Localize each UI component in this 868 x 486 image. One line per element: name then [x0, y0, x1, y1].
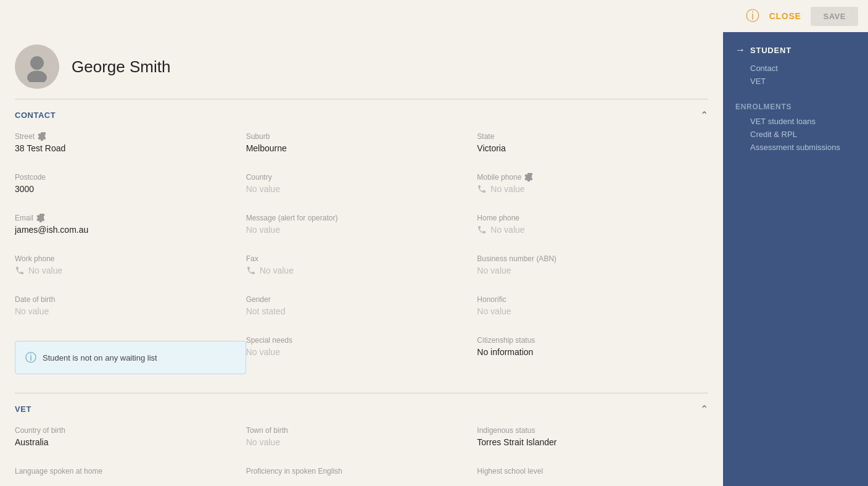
field-town-birth-value: No value: [246, 437, 477, 447]
field-street: Street 38 Test Road: [15, 126, 246, 159]
field-country-birth-label: Country of birth: [15, 426, 246, 435]
field-email-value: james@ish.com.au: [15, 225, 246, 235]
field-honorific: Honorific No value: [477, 289, 708, 322]
field-street-value: 38 Test Road: [15, 143, 246, 153]
field-indigenous-value: Torres Strait Islander: [477, 437, 708, 447]
field-town-birth: Town of birth No value: [246, 420, 477, 453]
field-work-phone-label: Work phone: [15, 254, 246, 263]
field-abn: Business number (ABN) No value: [477, 248, 708, 282]
contact-row-4: Work phone No value Fax No value Busines…: [15, 248, 708, 289]
vet-row-2: Language spoken at home Proficiency in s…: [15, 461, 708, 486]
sidebar-student-header: → STUDENT: [735, 44, 856, 56]
field-english-proficiency-label: Proficiency in spoken English: [246, 467, 477, 476]
mobile-phone-icon: [477, 184, 487, 194]
field-indigenous-label: Indigenous status: [477, 426, 708, 435]
info-icon: ⓘ: [25, 350, 36, 365]
svg-point-0: [30, 56, 44, 70]
field-waiting-list: ⓘ Student is not on any waiting list: [15, 330, 246, 385]
field-honorific-value: No value: [477, 306, 708, 316]
sidebar-arrow-icon: →: [735, 44, 745, 56]
field-message-label: Message (alert for operator): [246, 214, 477, 222]
field-mobile-phone: Mobile phone No value: [477, 167, 708, 200]
field-state-value: Victoria: [477, 143, 708, 153]
sidebar-item-contact[interactable]: Contact: [735, 62, 856, 75]
sidebar-item-assessment[interactable]: Assessment submissions: [735, 141, 856, 154]
field-language-home: Language spoken at home: [15, 461, 246, 484]
sidebar-item-vet[interactable]: VET: [735, 75, 856, 88]
field-special-needs-label: Special needs: [246, 336, 477, 345]
contact-section: CONTACT ⌃ Street 38 Test Road Suburb M: [0, 99, 723, 393]
field-postcode-value: 3000: [15, 184, 246, 194]
sidebar-item-vet-loans[interactable]: VET student loans: [735, 115, 856, 128]
field-suburb: Suburb Melbourne: [246, 126, 477, 159]
field-home-phone: Home phone No value: [477, 207, 708, 241]
field-mobile-label: Mobile phone: [477, 173, 708, 182]
waiting-list-banner: ⓘ Student is not on any waiting list: [15, 341, 246, 374]
help-icon[interactable]: ⓘ: [746, 9, 759, 23]
email-gear-icon[interactable]: [36, 214, 45, 222]
sidebar-student-section: → STUDENT Contact VET: [735, 44, 856, 88]
mobile-gear-icon[interactable]: [524, 173, 533, 182]
student-header: George Smith: [0, 32, 723, 99]
field-country-birth-value: Australia: [15, 437, 246, 447]
vet-section: VET ⌃ Country of birth Australia Town of…: [0, 393, 723, 486]
save-button[interactable]: SAVE: [811, 7, 858, 26]
contact-row-3: Email james@ish.com.au Message (alert fo…: [15, 207, 708, 248]
field-postcode-label: Postcode: [15, 173, 246, 182]
contact-section-title: CONTACT: [15, 111, 56, 120]
field-gender: Gender Not stated: [246, 289, 477, 322]
waiting-list-text: Student is not on any waiting list: [43, 353, 157, 362]
content-area: George Smith CONTACT ⌃ Street 38 Test R: [0, 32, 723, 486]
field-mobile-value: No value: [477, 184, 708, 194]
sidebar-item-credit-rpl[interactable]: Credit & RPL: [735, 128, 856, 141]
field-fax-value: No value: [246, 266, 477, 275]
field-work-phone-value: No value: [15, 266, 246, 275]
field-message-value: No value: [246, 225, 477, 235]
contact-row-2: Postcode 3000 Country No value Mobile ph…: [15, 167, 708, 207]
field-fax: Fax No value: [246, 248, 477, 282]
field-country-label: Country: [246, 173, 477, 182]
field-indigenous-status: Indigenous status Torres Strait Islander: [477, 420, 708, 453]
field-email: Email james@ish.com.au: [15, 207, 246, 241]
sidebar-enrolments-title: ENROLMENTS: [735, 103, 856, 111]
main-layout: George Smith CONTACT ⌃ Street 38 Test R: [0, 32, 868, 486]
field-dob-label: Date of birth: [15, 295, 246, 304]
sidebar: → STUDENT Contact VET ENROLMENTS VET stu…: [723, 32, 868, 486]
street-gear-icon[interactable]: [38, 132, 46, 141]
field-fax-label: Fax: [246, 254, 477, 263]
field-special-needs: Special needs No value: [246, 330, 477, 385]
sidebar-student-title: STUDENT: [750, 46, 792, 55]
avatar: [15, 44, 59, 89]
field-gender-value: Not stated: [246, 306, 477, 316]
sidebar-enrolments-section: ENROLMENTS VET student loans Credit & RP…: [735, 103, 856, 154]
field-citizenship: Citizenship status No information: [477, 330, 708, 385]
vet-section-title: VET: [15, 404, 31, 414]
field-town-birth-label: Town of birth: [246, 426, 477, 435]
field-english-proficiency: Proficiency in spoken English: [246, 461, 477, 484]
field-school-level-label: Highest school level: [477, 467, 708, 476]
field-honorific-label: Honorific: [477, 295, 708, 304]
vet-collapse-icon[interactable]: ⌃: [700, 403, 708, 415]
field-language-home-label: Language spoken at home: [15, 467, 246, 476]
close-button[interactable]: CLOSE: [769, 11, 801, 21]
field-dob-value: No value: [15, 306, 246, 316]
contact-section-header: CONTACT ⌃: [15, 99, 708, 126]
field-dob: Date of birth No value: [15, 289, 246, 322]
field-home-phone-value: No value: [477, 225, 708, 235]
field-state-label: State: [477, 132, 708, 141]
work-phone-icon: [15, 266, 25, 275]
field-suburb-label: Suburb: [246, 132, 477, 141]
field-abn-label: Business number (ABN): [477, 254, 708, 263]
field-country: Country No value: [246, 167, 477, 200]
student-name: George Smith: [72, 57, 170, 77]
contact-row-5: Date of birth No value Gender Not stated…: [15, 289, 708, 330]
home-phone-icon: [477, 225, 487, 235]
field-state: State Victoria: [477, 126, 708, 159]
field-gender-label: Gender: [246, 295, 477, 304]
contact-row-1: Street 38 Test Road Suburb Melbourne Sta…: [15, 126, 708, 167]
vet-row-1: Country of birth Australia Town of birth…: [15, 420, 708, 461]
field-country-birth: Country of birth Australia: [15, 420, 246, 453]
fax-phone-icon: [246, 266, 256, 275]
top-bar: ⓘ CLOSE SAVE: [0, 0, 868, 32]
contact-collapse-icon[interactable]: ⌃: [700, 109, 708, 121]
